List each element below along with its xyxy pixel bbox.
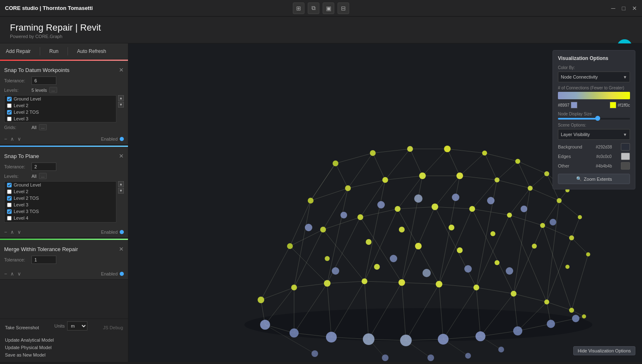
svg-point-162 bbox=[582, 314, 586, 318]
footer-down-1[interactable]: ∨ bbox=[17, 136, 21, 142]
footer-minus-3[interactable]: − bbox=[4, 271, 7, 277]
svg-point-128 bbox=[308, 198, 314, 204]
background-swatch[interactable] bbox=[621, 143, 630, 151]
svg-point-143 bbox=[366, 239, 372, 245]
hide-viz-options-button[interactable]: Hide Visualization Options bbox=[573, 346, 635, 355]
auto-refresh-button[interactable]: Auto Refresh bbox=[76, 47, 107, 56]
levels-list-2: Ground Level Level 2 Level 2 TOS bbox=[4, 181, 116, 223]
level-checkbox-2-1[interactable] bbox=[7, 103, 12, 108]
node-size-slider[interactable] bbox=[558, 118, 630, 120]
level-checkbox-3tos-2[interactable] bbox=[7, 209, 12, 214]
merge-tolerance-header: Merge Within Tolerance Repair ✕ bbox=[0, 242, 128, 254]
update-physical-button[interactable]: Update Physical Model bbox=[5, 345, 123, 350]
footer-minus-1[interactable]: − bbox=[4, 136, 7, 142]
scroll-up-2[interactable]: ▲ bbox=[118, 181, 124, 187]
layer-visibility-dropdown[interactable]: Layer Visibility ▼ bbox=[558, 129, 630, 140]
footer-down-2[interactable]: ∨ bbox=[17, 229, 21, 235]
svg-point-147 bbox=[325, 256, 330, 261]
edges-swatch[interactable] bbox=[621, 153, 630, 160]
levels-list-1: Ground Level Level 2 Level 2 TOS bbox=[4, 95, 116, 122]
level-checkbox-ground-1[interactable] bbox=[7, 97, 12, 101]
levels-dots-1[interactable]: ... bbox=[49, 87, 57, 93]
close-button[interactable]: ✕ bbox=[632, 5, 637, 12]
layers-icon[interactable]: ⧉ bbox=[308, 2, 319, 14]
viz-options-title: Visualization Options bbox=[558, 55, 630, 61]
scrollbar-arrows-1: ▲ ▼ bbox=[118, 95, 124, 122]
take-screenshot-button[interactable]: Take Screenshot bbox=[5, 325, 39, 330]
tolerance-input-1[interactable] bbox=[31, 77, 56, 85]
merge-tolerance-footer: − ∧ ∨ Enabled bbox=[0, 269, 128, 279]
level-item: Ground Level bbox=[5, 182, 116, 188]
visualization-options-panel: Visualization Options Color By: Node Con… bbox=[553, 50, 635, 189]
enabled-dot-3 bbox=[120, 272, 124, 276]
level-checkbox-3-1[interactable] bbox=[7, 117, 12, 121]
footer-down-3[interactable]: ∨ bbox=[17, 271, 21, 277]
enabled-indicator-3: Enabled bbox=[101, 271, 124, 276]
other-swatch[interactable] bbox=[621, 162, 630, 170]
level-label: Level 2 TOS bbox=[14, 196, 39, 201]
color-stops: #8997 #f1ff0c bbox=[558, 102, 630, 108]
add-repair-button[interactable]: Add Repair bbox=[5, 47, 31, 56]
level-checkbox-4-2[interactable] bbox=[7, 216, 12, 220]
color-stop-2: #f1ff0c bbox=[610, 102, 630, 108]
merge-tolerance-accent bbox=[0, 239, 128, 240]
footer-up-3[interactable]: ∧ bbox=[10, 271, 14, 277]
other-hex: #4b4b4b bbox=[587, 164, 621, 168]
js-debug-button[interactable]: JS Debug bbox=[103, 325, 123, 330]
svg-point-126 bbox=[528, 186, 533, 191]
svg-point-146 bbox=[457, 247, 463, 253]
units-label: Units bbox=[54, 323, 65, 328]
scroll-down-1[interactable]: ▼ bbox=[118, 102, 124, 108]
level-checkbox-2tos-1[interactable] bbox=[7, 110, 12, 115]
tolerance-label-2: Tolerance: bbox=[4, 164, 29, 169]
snap-plane-close[interactable]: ✕ bbox=[119, 153, 124, 159]
level-checkbox-ground-2[interactable] bbox=[7, 183, 12, 187]
slider-thumb[interactable] bbox=[595, 116, 600, 121]
svg-point-185 bbox=[506, 267, 513, 275]
update-analytical-button[interactable]: Update Analytical Model bbox=[5, 337, 123, 343]
level-checkbox-2-2[interactable] bbox=[7, 189, 12, 194]
save-new-model-button[interactable]: Save as New Model bbox=[5, 352, 123, 358]
svg-point-131 bbox=[395, 206, 401, 212]
grids-dots-1[interactable]: ... bbox=[39, 124, 46, 130]
color-swatch-2[interactable] bbox=[610, 102, 616, 108]
square-icon[interactable]: ▣ bbox=[323, 2, 334, 14]
tolerance-input-3[interactable] bbox=[31, 256, 56, 264]
svg-point-155 bbox=[436, 281, 442, 287]
snap-datum-close[interactable]: ✕ bbox=[119, 67, 124, 73]
scroll-down-2[interactable]: ▼ bbox=[118, 188, 124, 194]
level-checkbox-4tos-2[interactable] bbox=[7, 223, 12, 223]
merge-tolerance-close[interactable]: ✕ bbox=[119, 246, 124, 252]
scrollbar-arrows-2: ▲ ▼ bbox=[118, 181, 124, 223]
color-by-dropdown[interactable]: Node Connectivity ▼ bbox=[558, 72, 630, 82]
toolbar: Add Repair Run Auto Refresh bbox=[0, 43, 128, 60]
footer-minus-2[interactable]: − bbox=[4, 229, 7, 235]
level-label: Level 3 bbox=[14, 116, 28, 121]
minimize-button[interactable]: ─ bbox=[611, 5, 615, 12]
titlebar: CORE studio | Thornton Tomasetti ⊞ ⧉ ▣ ⊟… bbox=[0, 0, 642, 17]
svg-point-181 bbox=[332, 267, 339, 275]
background-label: Background bbox=[558, 144, 587, 149]
table-icon[interactable]: ⊟ bbox=[338, 2, 349, 14]
svg-point-179 bbox=[521, 206, 527, 212]
units-select[interactable]: m ft in mm bbox=[67, 321, 87, 330]
level-checkbox-2tos-2[interactable] bbox=[7, 196, 12, 201]
snap-datum-header: Snap To Datum Workpoints ✕ bbox=[0, 63, 128, 75]
svg-point-124 bbox=[544, 171, 549, 176]
zoom-extents-button[interactable]: 🔍 Zoom Extents bbox=[558, 174, 630, 184]
grid-icon[interactable]: ⊞ bbox=[293, 2, 304, 14]
tolerance-input-2[interactable] bbox=[31, 163, 56, 171]
svg-point-144 bbox=[490, 231, 495, 236]
footer-up-2[interactable]: ∧ bbox=[10, 229, 14, 235]
svg-point-158 bbox=[511, 291, 516, 297]
level-checkbox-3-2[interactable] bbox=[7, 203, 12, 207]
color-swatch-1[interactable] bbox=[571, 102, 577, 108]
maximize-button[interactable]: □ bbox=[622, 5, 625, 12]
footer-up-1[interactable]: ∧ bbox=[10, 136, 14, 142]
run-button[interactable]: Run bbox=[48, 47, 59, 56]
scroll-up-1[interactable]: ▲ bbox=[118, 95, 124, 101]
svg-point-130 bbox=[557, 198, 562, 203]
grids-row-1: Grids: All ... bbox=[4, 124, 124, 130]
levels-dots-2[interactable]: ... bbox=[39, 173, 46, 179]
svg-point-175 bbox=[377, 201, 385, 208]
